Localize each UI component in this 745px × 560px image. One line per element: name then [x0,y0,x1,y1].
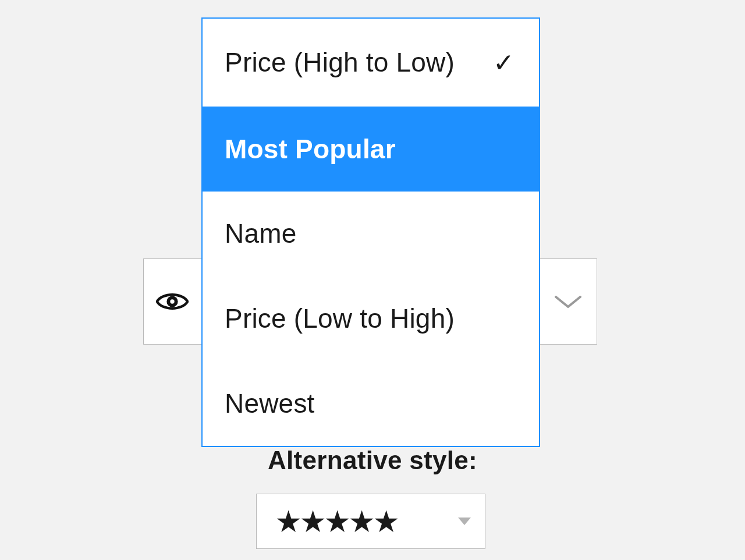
option-label: Newest [225,388,315,419]
sort-option-most-popular[interactable]: Most Popular [203,107,539,192]
sort-option-newest[interactable]: Newest [203,361,539,446]
eye-icon [144,291,201,312]
option-label: Price (High to Low) [225,47,455,78]
sort-option-price-low-to-high[interactable]: Price (Low to High) [203,276,539,361]
option-label: Price (Low to High) [225,303,455,334]
alternative-style-label: Alternative style: [0,446,745,475]
option-label: Name [225,218,297,249]
sort-option-name[interactable]: Name [203,192,539,277]
option-label: Most Popular [225,133,396,165]
caret-down-icon [458,518,471,525]
chevron-down-icon [540,293,597,310]
svg-point-1 [170,299,174,303]
sort-option-price-high-to-low[interactable]: Price (High to Low) ✓ [203,19,539,107]
rating-value-stars: ★★★★★ [276,508,399,535]
check-icon: ✓ [493,48,517,77]
sort-dropdown-list[interactable]: Price (High to Low) ✓ Most Popular Name … [201,17,540,447]
rating-select[interactable]: ★★★★★ [256,494,485,549]
